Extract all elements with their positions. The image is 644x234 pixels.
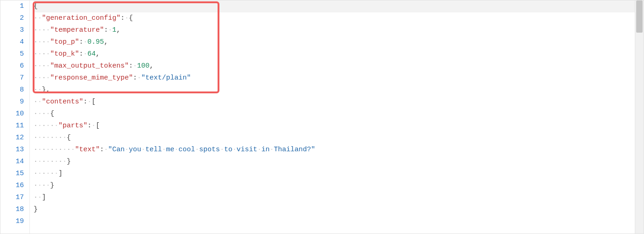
token-punc: } xyxy=(42,84,46,96)
code-line[interactable]: ····"top_k":·64, xyxy=(34,48,644,60)
token-punc: { xyxy=(129,12,133,24)
line-number: 1 xyxy=(0,0,24,12)
code-line[interactable] xyxy=(34,216,644,228)
line-number: 10 xyxy=(0,108,24,120)
code-line[interactable]: { xyxy=(34,0,644,12)
code-line[interactable]: ····"top_p":·0.95, xyxy=(34,36,644,48)
token-punc: } xyxy=(50,180,54,192)
token-num: 100 xyxy=(137,60,150,72)
token-str: "Can·you·tell·me·cool·spots·to·visit·in·… xyxy=(108,144,315,156)
code-line[interactable]: ··"generation_config":·{ xyxy=(34,12,644,24)
code-line[interactable]: ····{ xyxy=(34,108,644,120)
token-punc: , xyxy=(46,84,50,96)
token-key: "generation_config" xyxy=(42,12,121,24)
line-number: 6 xyxy=(0,60,24,72)
token-punc: : xyxy=(83,96,87,108)
token-num: 0.95 xyxy=(87,36,104,48)
token-key: "top_p" xyxy=(50,36,79,48)
token-punc: [ xyxy=(96,120,100,132)
code-line[interactable]: ····"response_mime_type":·"text/plain" xyxy=(34,72,644,84)
line-number: 2 xyxy=(0,12,24,24)
token-punc: , xyxy=(116,24,121,36)
line-number: 7 xyxy=(0,72,24,84)
code-line[interactable]: ······"parts":·[ xyxy=(34,120,644,132)
token-punc: { xyxy=(50,108,54,120)
line-number: 9 xyxy=(0,96,24,108)
token-punc: } xyxy=(67,156,71,168)
token-punc: : xyxy=(133,72,137,84)
token-punc: : xyxy=(79,36,83,48)
line-number: 12 xyxy=(0,132,24,144)
code-line[interactable]: ····} xyxy=(34,180,644,192)
code-area[interactable]: {··"generation_config":·{····"temperatur… xyxy=(30,0,644,234)
line-number: 17 xyxy=(0,192,24,204)
token-punc: : xyxy=(104,24,108,36)
token-punc: ] xyxy=(42,192,46,204)
token-punc: , xyxy=(150,60,154,72)
token-punc: , xyxy=(96,48,100,60)
token-punc: { xyxy=(34,0,38,12)
token-punc: } xyxy=(34,204,38,216)
code-line[interactable]: } xyxy=(34,204,644,216)
token-key: "contents" xyxy=(42,96,83,108)
token-punc: [ xyxy=(92,96,96,108)
line-number: 4 xyxy=(0,36,24,48)
token-punc: : xyxy=(121,12,125,24)
code-editor[interactable]: 12345678910111213141516171819 {··"genera… xyxy=(0,0,644,234)
token-key: "top_k" xyxy=(50,48,79,60)
token-num: 1 xyxy=(112,24,116,36)
token-punc: : xyxy=(129,60,133,72)
code-line[interactable]: ········} xyxy=(34,156,644,168)
line-number: 19 xyxy=(0,216,24,228)
token-punc: : xyxy=(100,144,104,156)
vertical-scrollbar[interactable] xyxy=(635,0,644,234)
code-line[interactable]: ····"temperature":·1, xyxy=(34,24,644,36)
token-key: "parts" xyxy=(58,120,87,132)
token-punc: : xyxy=(79,48,83,60)
token-punc: { xyxy=(67,132,71,144)
token-punc: : xyxy=(87,120,92,132)
token-key: "response_mime_type" xyxy=(50,72,133,84)
token-num: 64 xyxy=(87,48,96,60)
token-punc: ] xyxy=(58,168,63,180)
line-number: 14 xyxy=(0,156,24,168)
line-number: 15 xyxy=(0,168,24,180)
line-number: 5 xyxy=(0,48,24,60)
token-str: "text/plain" xyxy=(141,72,191,84)
line-number: 3 xyxy=(0,24,24,36)
code-line[interactable]: ··"contents":·[ xyxy=(34,96,644,108)
line-number: 13 xyxy=(0,144,24,156)
line-number-gutter: 12345678910111213141516171819 xyxy=(0,0,30,234)
code-line[interactable]: ······] xyxy=(34,168,644,180)
line-number: 11 xyxy=(0,120,24,132)
line-number: 16 xyxy=(0,180,24,192)
code-line[interactable]: ··] xyxy=(34,192,644,204)
line-number: 18 xyxy=(0,204,24,216)
code-line[interactable]: ··········"text":·"Can·you·tell·me·cool·… xyxy=(34,144,644,156)
code-line[interactable]: ····"max_output_tokens":·100, xyxy=(34,60,644,72)
line-number: 8 xyxy=(0,84,24,96)
token-key: "text" xyxy=(75,144,100,156)
token-key: "max_output_tokens" xyxy=(50,60,129,72)
code-line[interactable]: ··}, xyxy=(34,84,644,96)
token-punc: , xyxy=(104,36,108,48)
token-key: "temperature" xyxy=(50,24,104,36)
scrollbar-thumb[interactable] xyxy=(636,0,643,33)
code-line[interactable]: ········{ xyxy=(34,132,644,144)
